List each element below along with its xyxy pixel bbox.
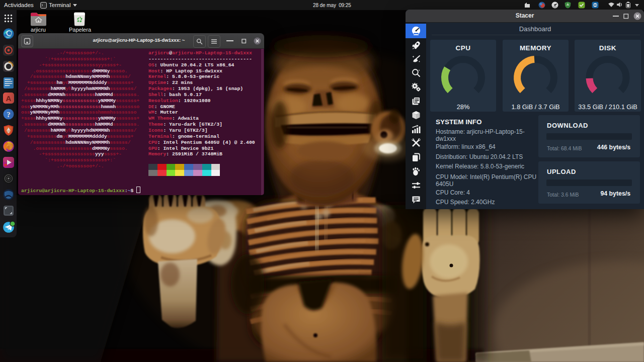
svg-text:?: ? [7, 111, 11, 119]
svg-text:A: A [6, 94, 12, 103]
